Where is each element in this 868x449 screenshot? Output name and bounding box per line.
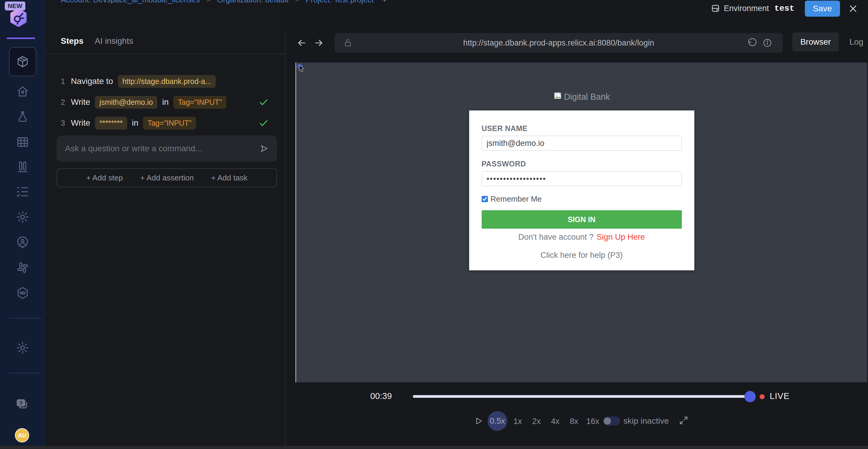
step-value-chip[interactable]: ******** bbox=[95, 117, 127, 130]
add-actions-row: + Add step + Add assertion + Add task bbox=[57, 168, 277, 187]
sidebar-divider bbox=[9, 373, 42, 373]
hard-drive-icon bbox=[711, 4, 720, 13]
svg-text:?: ? bbox=[19, 400, 23, 407]
add-task-button[interactable]: + Add task bbox=[211, 173, 248, 183]
breadcrumb-add-button[interactable]: + bbox=[382, 0, 386, 4]
sidebar-item-grid[interactable] bbox=[16, 135, 30, 149]
cube-icon bbox=[16, 55, 30, 68]
speed-2x[interactable]: 2x bbox=[530, 416, 543, 427]
skip-inactive-label: skip inactive bbox=[623, 416, 669, 426]
user-avatar[interactable]: AU bbox=[15, 428, 29, 443]
remember-me-checkbox[interactable] bbox=[482, 196, 488, 202]
signup-link[interactable]: Sign Up Here bbox=[597, 232, 645, 242]
tab-ai-insights[interactable]: AI insights bbox=[95, 36, 133, 46]
browser-viewport[interactable]: Digital Bank USER NAME PASSWORD Remember… bbox=[296, 63, 867, 382]
arrow-right-icon bbox=[313, 37, 324, 48]
breadcrumb-separator: > bbox=[295, 0, 299, 4]
toggle-knob bbox=[604, 417, 611, 425]
step-row-2[interactable]: 2 Write jsmith@demo.io in Tag="INPUT" bbox=[61, 94, 282, 110]
steps-panel bbox=[45, 0, 285, 446]
sidebar-item-interactive-session[interactable] bbox=[9, 47, 36, 76]
step-number: 1 bbox=[61, 77, 66, 86]
step-connector: in bbox=[162, 97, 168, 107]
skip-inactive-toggle[interactable] bbox=[603, 417, 620, 425]
play-button[interactable] bbox=[473, 416, 484, 426]
step-row-3[interactable]: 3 Write ******** in Tag="INPUT" bbox=[61, 115, 282, 131]
hexagon-link-icon bbox=[16, 286, 30, 300]
tab-log-view[interactable]: Log bbox=[846, 32, 867, 52]
speed-8x[interactable]: 8x bbox=[567, 416, 581, 427]
arrow-left-icon bbox=[297, 37, 307, 48]
step-row-1[interactable]: 1 Navigate to http://stage.dbank.prod-a.… bbox=[61, 73, 282, 89]
sidebar-item-tasks[interactable] bbox=[16, 185, 30, 199]
browser-back-button[interactable] bbox=[297, 37, 307, 48]
timeline-track[interactable] bbox=[413, 395, 750, 398]
login-card: USER NAME PASSWORD Remember Me SIGN IN D… bbox=[469, 110, 694, 270]
live-label: LIVE bbox=[770, 391, 790, 401]
browser-forward-button[interactable] bbox=[313, 37, 324, 48]
refresh-icon[interactable] bbox=[748, 38, 757, 47]
app-logo[interactable] bbox=[9, 8, 28, 30]
tab-steps[interactable]: Steps bbox=[61, 36, 84, 46]
ask-command-input[interactable] bbox=[57, 144, 259, 153]
expand-icon bbox=[679, 415, 689, 425]
checklist-icon bbox=[16, 185, 30, 199]
breadcrumb-project[interactable]: Project: Test project bbox=[306, 0, 374, 4]
step-value-chip[interactable]: http://stage.dbank.prod-a... bbox=[118, 75, 216, 88]
breadcrumb-separator: > bbox=[206, 0, 211, 4]
sidebar-item-test-tubes[interactable] bbox=[16, 160, 30, 173]
slack-icon bbox=[16, 261, 30, 275]
ask-command-box bbox=[57, 135, 277, 162]
breadcrumb-organization[interactable]: Organization: default bbox=[217, 0, 289, 4]
sidebar-item-lab[interactable] bbox=[16, 110, 30, 124]
close-button[interactable] bbox=[848, 4, 858, 13]
sidebar-item-links[interactable] bbox=[16, 286, 30, 300]
info-icon[interactable] bbox=[763, 38, 772, 47]
sidebar-divider bbox=[9, 318, 42, 319]
home-icon bbox=[16, 85, 30, 98]
broken-image-icon bbox=[553, 91, 563, 103]
remember-me-label: Remember Me bbox=[491, 194, 542, 204]
tab-browser-view[interactable]: Browser bbox=[792, 32, 839, 52]
check-icon bbox=[258, 97, 269, 107]
flask-icon bbox=[16, 110, 30, 124]
step-value-chip[interactable]: jsmith@demo.io bbox=[95, 96, 158, 109]
step-selector-chip[interactable]: Tag="INPUT" bbox=[143, 117, 196, 130]
timeline-thumb[interactable] bbox=[744, 391, 756, 402]
environment-value[interactable]: test bbox=[774, 4, 795, 13]
bottom-strip bbox=[0, 446, 868, 449]
remember-me-row: Remember Me bbox=[482, 194, 682, 204]
breadcrumb-account[interactable]: Account: Devspace_ai_module_licenses bbox=[61, 0, 200, 4]
environment-label: Environment bbox=[724, 4, 769, 13]
close-icon bbox=[848, 4, 858, 13]
url-text[interactable]: http://stage.dbank.prod-apps.relicx.ai:8… bbox=[335, 33, 783, 53]
send-icon[interactable] bbox=[259, 143, 269, 154]
help-chat-button[interactable]: ? bbox=[15, 397, 29, 413]
username-field[interactable] bbox=[482, 136, 682, 151]
sidebar-item-home[interactable] bbox=[16, 85, 30, 98]
sidebar-item-settings[interactable] bbox=[16, 210, 30, 224]
sign-in-button[interactable]: SIGN IN bbox=[482, 210, 682, 229]
step-number: 2 bbox=[61, 98, 66, 107]
tabs-border bbox=[45, 54, 285, 54]
user-search-icon bbox=[16, 235, 30, 249]
speed-0-5x[interactable]: 0.5x bbox=[488, 411, 507, 431]
sidebar-item-integrations[interactable] bbox=[16, 261, 30, 275]
help-link[interactable]: Click here for help (P3) bbox=[482, 251, 682, 260]
speed-4x[interactable]: 4x bbox=[549, 416, 562, 427]
speed-1x[interactable]: 1x bbox=[511, 416, 524, 427]
add-assertion-button[interactable]: + Add assertion bbox=[140, 173, 194, 183]
sidebar-item-user-insights[interactable] bbox=[16, 235, 30, 249]
step-selector-chip[interactable]: Tag="INPUT" bbox=[173, 96, 226, 109]
fullscreen-button[interactable] bbox=[679, 415, 689, 425]
speed-16x[interactable]: 16x bbox=[584, 416, 601, 427]
play-icon bbox=[473, 416, 484, 426]
signup-text: Don't have account ? bbox=[518, 232, 594, 242]
gear-icon bbox=[16, 210, 30, 224]
sidebar-item-admin-settings[interactable] bbox=[16, 341, 30, 355]
add-step-button[interactable]: + Add step bbox=[86, 173, 123, 183]
password-field[interactable] bbox=[482, 171, 682, 186]
bank-logo: Digital Bank bbox=[553, 91, 610, 103]
live-dot bbox=[760, 394, 765, 399]
save-button[interactable]: Save bbox=[805, 1, 840, 17]
